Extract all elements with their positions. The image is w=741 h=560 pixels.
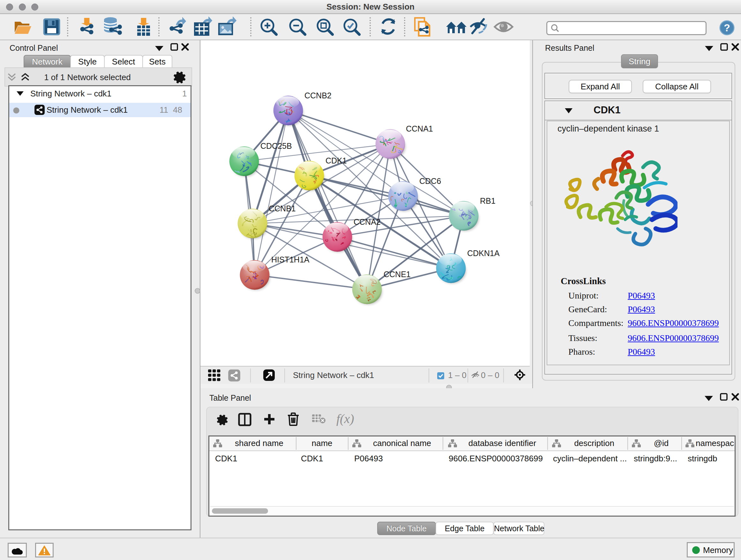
svg-text:CDK1: CDK1 xyxy=(326,156,347,165)
svg-text:?: ? xyxy=(724,22,730,34)
svg-text:CCNA2: CCNA2 xyxy=(354,217,381,226)
svg-text:CCNA1: CCNA1 xyxy=(406,124,433,133)
svg-text:CDC25B: CDC25B xyxy=(260,141,292,150)
svg-text:CCNE1: CCNE1 xyxy=(384,270,411,279)
svg-text:CDKN1A: CDKN1A xyxy=(467,249,500,258)
svg-text:CCNB2: CCNB2 xyxy=(305,91,332,100)
svg-text:CCNB1: CCNB1 xyxy=(269,204,296,213)
svg-text:RB1: RB1 xyxy=(480,196,495,205)
svg-text:CDC6: CDC6 xyxy=(419,177,441,186)
svg-text:HIST1H1A: HIST1H1A xyxy=(271,255,310,264)
